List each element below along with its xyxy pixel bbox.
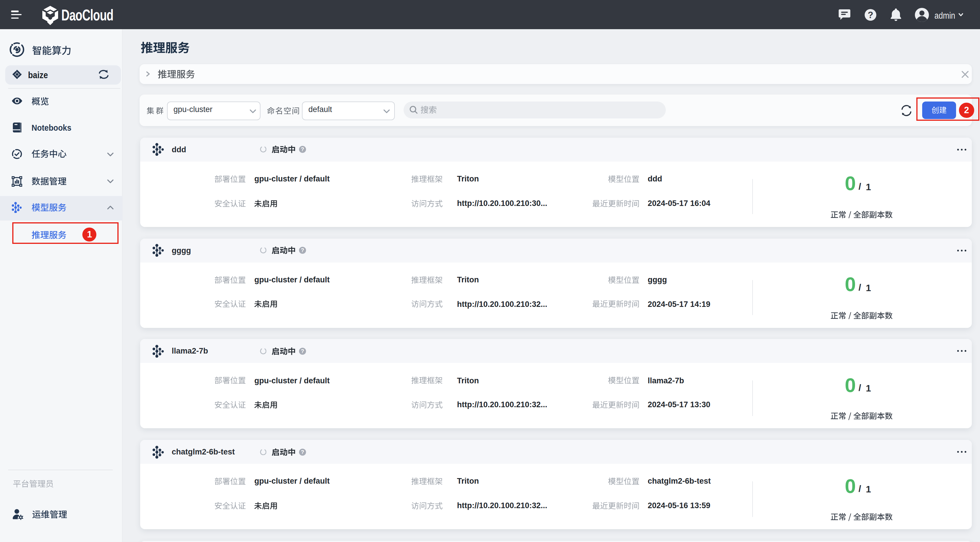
svg-text:?: ? [301,146,304,152]
svg-text:?: ? [867,10,873,20]
svg-text:?: ? [301,348,304,354]
svg-text:?: ? [301,247,304,253]
svg-text:?: ? [301,448,304,455]
